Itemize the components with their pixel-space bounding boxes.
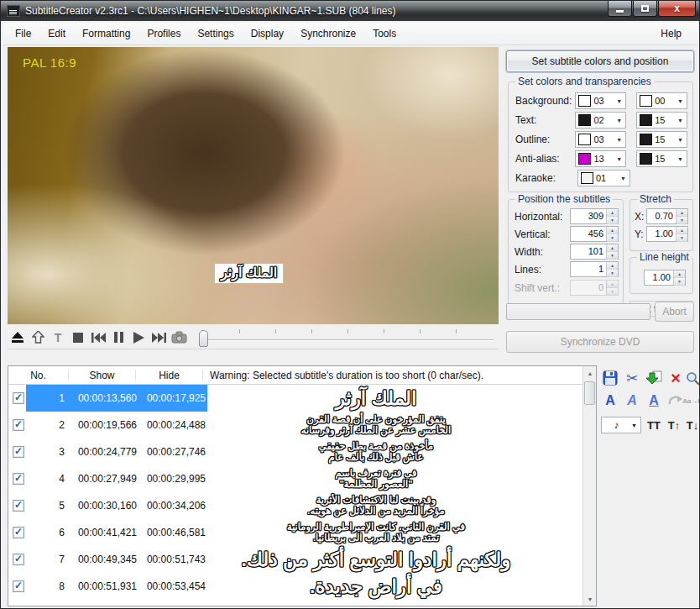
text-color-row: Text: 02 ▼ 15 ▼ [515,112,687,129]
skip-forward-icon[interactable] [149,329,168,346]
table-scrollbar[interactable]: ▲ ▼ [582,366,596,606]
spin-down-icon[interactable]: ▼ [607,270,618,277]
import-subtitle-icon[interactable] [645,369,663,387]
row-checkbox[interactable] [13,527,24,538]
width-spinner[interactable]: 101 ▲▼ [570,244,619,260]
close-button[interactable]: x [658,1,696,17]
spin-up-icon[interactable]: ▲ [674,270,685,278]
line-height-spinner[interactable]: 1.00 ▲▼ [644,270,686,286]
spin-up-icon[interactable]: ▲ [607,244,618,252]
horizontal-label: Horizontal: [515,211,570,223]
outline-value-2: 15 [655,134,677,144]
seek-slider[interactable] [197,328,495,348]
abort-button[interactable]: Abort [655,302,694,322]
menu-display[interactable]: Display [243,24,292,44]
synchronize-dvd-button[interactable]: Synchronize DVD [506,331,694,353]
underline-icon[interactable]: A [645,391,663,410]
slider-thumb[interactable] [199,330,208,347]
menu-tools[interactable]: Tools [364,24,405,44]
menu-profiles[interactable]: Profiles [138,24,189,44]
row-checkbox[interactable] [13,473,24,485]
subtitle-text: يتفق المؤرخون على أن قصة القرن [208,414,544,425]
snapshot-camera-icon[interactable] [170,329,188,346]
table-row[interactable]: 3 00:00:24,779 00:00:27,746 مأخوذة من قص… [8,438,582,465]
play-icon[interactable] [129,329,148,346]
outline-label: Outline: [515,134,573,145]
table-row[interactable]: 7 00:00:49,345 00:00:51,743 ولكنهم أرادو… [8,546,582,573]
row-checkbox[interactable] [13,580,24,592]
menu-file[interactable]: File [7,24,39,44]
stretch-y-spinner[interactable]: 1.00 ▲▼ [646,226,688,242]
vertical-spinner[interactable]: 456 ▲▼ [570,226,619,242]
cut-icon[interactable]: ✂ [623,369,641,387]
scrollbar-thumb[interactable] [584,381,595,405]
text-up-button[interactable]: T↑ [665,416,683,434]
maximize-button[interactable] [633,1,657,17]
vertical-row: Vertical: 456 ▲▼ [515,226,619,242]
row-checkbox[interactable] [13,419,24,431]
background-color-combo-2[interactable]: 00 ▼ [636,92,687,109]
stretch-x-spinner[interactable]: 0.70 ▲▼ [646,208,688,224]
spin-up-icon[interactable]: ▲ [676,227,687,234]
skip-back-icon[interactable] [89,329,107,346]
chevron-down-icon: ▼ [616,98,622,104]
set-colors-position-button[interactable]: Set subtitle colors and position [506,50,694,72]
lines-spinner[interactable]: 1 ▲▼ [570,261,619,277]
outline-color-combo-1[interactable]: 03 ▼ [575,131,626,148]
menu-formatting[interactable]: Formatting [74,24,138,44]
eject-icon[interactable] [8,329,27,346]
row-checkbox[interactable] [13,392,24,404]
table-row[interactable]: والوصول الى شعوب جديدة [8,600,582,606]
spin-down-icon[interactable]: ▼ [676,217,687,224]
horizontal-spinner[interactable]: 309 ▲▼ [570,208,619,224]
menu-help[interactable]: Help [654,24,688,44]
menu-settings[interactable]: Settings [189,24,242,44]
spin-up-icon[interactable]: ▲ [607,262,618,270]
find-icon[interactable] [683,369,700,387]
delete-icon[interactable]: × [666,369,685,387]
table-row[interactable]: 2 00:00:19,566 00:00:24,488 يتفق المؤرخو… [8,412,582,438]
spin-up-icon[interactable]: ▲ [607,227,618,234]
window-title: SubtitleCreator v2.3rc1 - C:\Users\HIGHE… [25,5,396,17]
table-row[interactable]: 4 00:00:27,949 00:00:29,995 في فترة تعرف… [8,465,582,492]
subtitle-text: وقد بينت لنا الاكتشافات الأثرية [208,495,544,506]
table-row[interactable]: 5 00:00:30,160 00:00:34,206 وقد بينت لنا… [8,492,582,519]
home-arrow-icon[interactable] [29,329,47,346]
row-checkbox[interactable] [13,554,24,565]
spin-up-icon[interactable]: ▲ [676,209,687,217]
save-icon[interactable] [601,369,619,387]
note-style-dropdown[interactable]: ♪ ▼ [601,417,641,433]
font-size-button[interactable]: TT [645,416,663,434]
spin-down-icon[interactable]: ▼ [674,278,685,286]
scroll-up-icon[interactable]: ▲ [583,366,597,380]
karaoke-color-combo[interactable]: 01 ▼ [577,170,630,186]
bold-icon[interactable]: A [601,391,619,410]
table-row[interactable]: 8 00:00:51,931 00:00:53,454 في أراض جديد… [8,573,582,600]
text-mode-icon[interactable]: T [49,329,67,346]
table-row[interactable]: 1 00:00:13,560 00:00:17,925 الملك آرثر [8,385,582,412]
subtitle-text: مأخوذة من قصة بطل حقيقي [208,441,544,452]
antialias-color-combo-1[interactable]: 13 ▼ [575,150,626,167]
spin-down-icon[interactable]: ▼ [607,252,618,260]
row-checkbox[interactable] [13,500,24,512]
pause-icon[interactable] [109,329,128,346]
outline-color-combo-2[interactable]: 15 ▼ [636,131,687,148]
menu-synchronize[interactable]: Synchronize [292,24,364,44]
spin-down-icon[interactable]: ▼ [676,234,687,242]
table-row[interactable]: 6 00:00:41,421 00:00:46,581 في القرن الث… [8,519,582,546]
text-down-button[interactable]: T↓ [683,416,700,434]
row-checkbox[interactable] [13,446,24,458]
menu-edit[interactable]: Edit [39,24,74,44]
text-color-combo-1[interactable]: 02 ▼ [575,112,626,129]
text-color-combo-2[interactable]: 15 ▼ [636,112,687,129]
spin-down-icon[interactable]: ▼ [607,217,618,224]
spin-down-icon[interactable]: ▼ [607,234,618,242]
minimize-button[interactable] [608,1,632,17]
stop-icon[interactable] [69,329,87,346]
antialias-color-combo-2[interactable]: 15 ▼ [636,150,687,167]
italic-icon[interactable]: A [623,391,641,410]
spin-up-icon[interactable]: ▲ [607,209,618,217]
scroll-down-icon[interactable]: ▼ [583,592,597,606]
background-color-combo-1[interactable]: 03 ▼ [575,92,626,109]
video-format-label: PAL 16:9 [23,55,76,70]
